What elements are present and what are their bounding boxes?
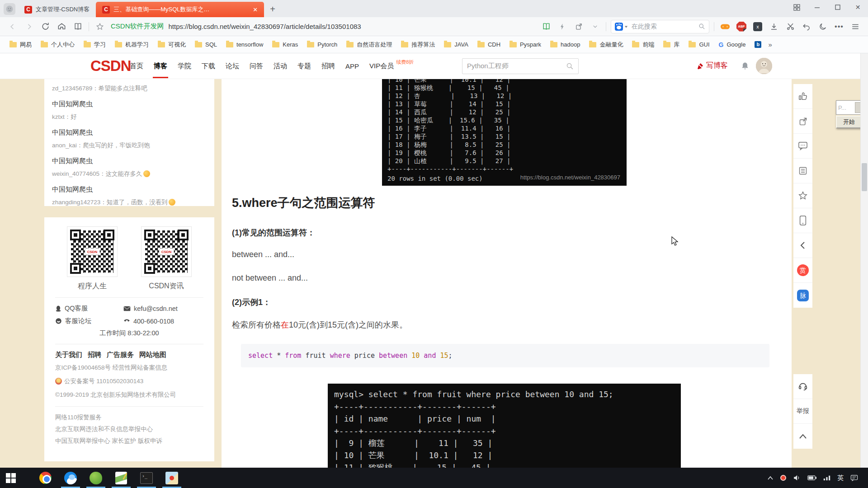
share-icon[interactable] (571, 19, 587, 34)
notifications-bell-icon[interactable] (741, 61, 750, 71)
refresh-icon[interactable] (37, 19, 53, 34)
bookmark-folder[interactable]: Keras (268, 39, 302, 50)
like-button[interactable] (793, 84, 812, 109)
widget-input[interactable]: P... (836, 100, 862, 115)
menu-icon[interactable] (847, 19, 863, 34)
nav-item[interactable]: 首页 (130, 62, 143, 70)
bookmark-folder[interactable]: 推荐算法 (397, 39, 439, 51)
comments-button[interactable] (793, 134, 812, 159)
bookmarks-overflow-icon[interactable]: » (768, 41, 772, 48)
reader-mode-icon[interactable] (538, 19, 554, 34)
tab-mysql-article[interactable]: C 三、基础查询——MySQL数据库之… ✕ (96, 2, 264, 17)
back-icon[interactable] (5, 19, 21, 34)
contact-email[interactable]: kefu@csdn.net (123, 304, 203, 313)
undo-icon[interactable] (798, 19, 815, 34)
nav-item[interactable]: 学院 (178, 62, 191, 70)
nav-item[interactable]: VIP会员 (369, 62, 394, 70)
tab-article-manage[interactable]: C 文章管理-CSDN博客 (18, 2, 96, 17)
close-button[interactable]: ✕ (848, 0, 868, 14)
night-mode-icon[interactable] (815, 19, 831, 34)
download-icon[interactable] (766, 19, 782, 34)
contact-phone[interactable]: 400-660-0108 (123, 317, 203, 325)
ime-indicator[interactable]: 英 (837, 474, 844, 482)
footer-link[interactable]: 招聘 (88, 351, 101, 359)
reading-list-icon[interactable] (70, 19, 86, 34)
bookmark-folder[interactable]: Pyspark (505, 39, 545, 50)
chevron-down-icon[interactable] (587, 19, 603, 34)
report-link[interactable]: 中国互联网举报中心 家长监护 版权申诉 (55, 436, 203, 446)
forward-icon[interactable] (21, 19, 37, 34)
comment-article-title[interactable]: 中国知网爬虫 (52, 157, 207, 165)
bookmark-folder[interactable]: 金融量化 (585, 39, 627, 51)
bookmark-google[interactable]: G Google (715, 39, 750, 50)
new-tab-button[interactable]: + (266, 3, 279, 16)
bookmark-folder[interactable]: SQL (191, 39, 221, 50)
nav-item[interactable]: 下载 (202, 62, 215, 70)
nav-item[interactable]: 活动 (274, 62, 287, 70)
footer-link[interactable]: 网站地图 (139, 351, 166, 359)
contact-forum[interactable]: 客服论坛 (55, 317, 123, 325)
comment-article-title[interactable]: 中国知网爬虫 (52, 185, 207, 194)
lightning-icon[interactable] (554, 19, 571, 34)
contact-qq[interactable]: QQ客服 (55, 304, 123, 313)
bookmark-folder[interactable]: tensorflow (222, 39, 267, 50)
report-link[interactable]: 网络110报警服务 (55, 413, 203, 422)
collapse-left-button[interactable] (793, 233, 812, 258)
nav-item[interactable]: 博客 (154, 62, 167, 70)
bookmark-folder[interactable]: 库 (659, 39, 684, 51)
nav-item[interactable]: 问答 (250, 62, 263, 70)
search-icon[interactable] (566, 62, 574, 70)
minimize-button[interactable] (807, 0, 827, 14)
baidu-paw-icon[interactable] (615, 23, 623, 31)
volume-icon[interactable] (793, 474, 801, 481)
dropdown-caret-icon[interactable] (624, 25, 628, 28)
search-icon[interactable] (698, 23, 705, 30)
xunlei-extension-icon[interactable]: x (750, 19, 766, 34)
gamepad-extension-icon[interactable] (717, 19, 733, 34)
scrollbar-thumb[interactable] (862, 163, 867, 191)
nav-item[interactable]: 招聘 (321, 62, 335, 70)
recording-icon[interactable] (780, 475, 786, 481)
nav-item[interactable]: APP (345, 62, 359, 70)
start-button[interactable] (0, 468, 22, 488)
bookmark-folder[interactable]: hadoop (546, 39, 584, 50)
more-icon[interactable]: ••• (831, 19, 847, 34)
bookmark-folder[interactable]: 网易 (5, 39, 36, 51)
battery-icon[interactable] (807, 475, 816, 480)
user-avatar[interactable] (756, 58, 772, 74)
page-scrollbar[interactable] (860, 53, 868, 468)
back-to-top-button[interactable] (793, 424, 812, 449)
bookmark-folder[interactable]: 学习 (80, 39, 110, 51)
footer-link[interactable]: 广告服务 (107, 351, 134, 359)
footer-link[interactable]: 关于我们 (55, 351, 82, 359)
customer-service-button[interactable] (793, 374, 812, 399)
bookmark-folder[interactable]: 可视化 (154, 39, 190, 51)
bookmark-folder[interactable]: GUI (684, 39, 713, 50)
report-button[interactable]: 举报 (793, 399, 812, 424)
bookmark-bing[interactable]: b (750, 39, 765, 50)
site-verified-label[interactable]: CSDN软件开发网 (111, 22, 164, 31)
browser-profile-avatar[interactable] (4, 3, 15, 15)
address-url[interactable]: https://blog.csdn.net/weixin_42830697/ar… (169, 23, 361, 30)
taskbar-qq-browser[interactable] (58, 468, 83, 488)
nav-item[interactable]: 论坛 (226, 62, 239, 70)
taskbar-notepadpp[interactable] (108, 468, 134, 488)
tab-close-icon[interactable]: ✕ (253, 6, 258, 13)
comment-article-title[interactable]: 中国知网爬虫 (52, 128, 207, 137)
mobile-button[interactable] (793, 208, 812, 233)
tab-grid-icon[interactable] (787, 0, 807, 14)
notification-icon[interactable] (850, 474, 858, 481)
taskbar-terminal[interactable]: ›_ (134, 468, 159, 488)
network-icon[interactable] (823, 475, 830, 481)
write-blog-button[interactable]: 写博客 (697, 61, 728, 70)
quick-search-placeholder[interactable]: 在此搜索 (632, 23, 698, 31)
bookmark-folder[interactable]: JAVA (440, 39, 472, 50)
star-collect-button[interactable] (793, 183, 812, 208)
quick-search-box[interactable]: 在此搜索 (611, 20, 709, 33)
bookmark-folder[interactable]: 前端 (628, 39, 658, 51)
csdn-logo[interactable]: CSDN (90, 57, 131, 75)
adblock-icon[interactable]: ABP5 (733, 19, 750, 34)
nav-item[interactable]: 专题 (297, 62, 311, 70)
csdn-search-input[interactable]: Python工程师 (462, 58, 579, 74)
tray-expand-icon[interactable] (767, 476, 774, 480)
